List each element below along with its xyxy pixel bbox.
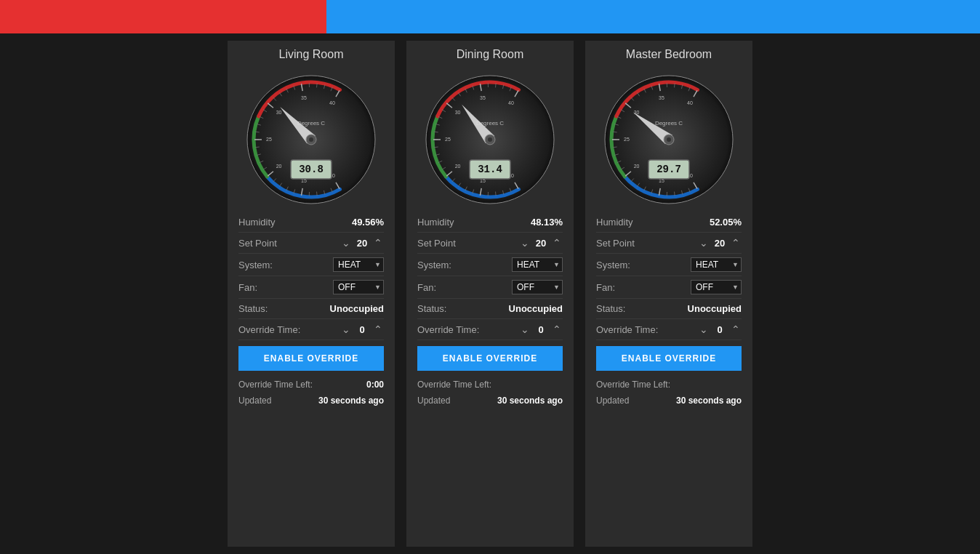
system-row-0: System: HEATCOOLAUTOOFF	[238, 254, 384, 276]
svg-text:30: 30	[455, 110, 461, 115]
svg-text:35: 35	[659, 95, 664, 100]
override-time-controls-0: ⌄ 0 ⌃	[340, 324, 384, 335]
nav-bar	[0, 0, 980, 33]
override-left-row-1: Override Time Left:	[417, 377, 563, 393]
updated-label-0: Updated	[238, 396, 271, 406]
status-label-2: Status:	[596, 303, 625, 314]
svg-text:40: 40	[687, 100, 693, 105]
enable-override-btn-2[interactable]: ENABLE OVERRIDE	[596, 346, 742, 371]
status-label-0: Status:	[238, 303, 268, 314]
override-time-row-2: Override Time: ⌄ 0 ⌃	[596, 319, 742, 340]
main-content: Living Room 10152025303540	[0, 33, 980, 554]
override-time-up-btn-1[interactable]: ⌃	[551, 324, 563, 335]
gauge-2: 10152025303540 Degrees C 29.7	[600, 67, 738, 205]
setpoint-controls-2: ⌄ 20 ⌃	[698, 237, 742, 249]
svg-point-103	[488, 137, 492, 142]
override-time-label-2: Override Time:	[596, 324, 658, 335]
fan-select-2[interactable]: OFFONAUTO	[691, 280, 742, 294]
svg-point-156	[667, 137, 671, 142]
updated-row-0: Updated 30 seconds ago	[238, 393, 384, 409]
override-time-down-btn-0[interactable]: ⌄	[340, 324, 352, 335]
updated-value-1: 30 seconds ago	[497, 396, 563, 406]
setpoint-row-0: Set Point ⌄ 20 ⌃	[238, 233, 384, 254]
setpoint-row-1: Set Point ⌄ 20 ⌃	[417, 233, 563, 254]
system-select-1[interactable]: HEATCOOLAUTOOFF	[512, 257, 563, 272]
svg-text:40: 40	[508, 100, 514, 105]
override-time-row-1: Override Time: ⌄ 0 ⌃	[417, 319, 563, 340]
enable-override-btn-1[interactable]: ENABLE OVERRIDE	[417, 346, 563, 371]
fan-dropdown-wrap-1: OFFONAUTO	[512, 280, 563, 294]
override-left-label-2: Override Time Left:	[596, 380, 670, 390]
svg-text:Degrees C: Degrees C	[655, 120, 683, 127]
override-time-label-1: Override Time:	[417, 324, 479, 335]
status-row-1: Status: Unoccupied	[417, 299, 563, 319]
setpoint-label-1: Set Point	[417, 238, 456, 249]
room-card-0: Living Room 10152025303540	[228, 41, 395, 547]
override-time-up-btn-2[interactable]: ⌃	[730, 324, 742, 335]
updated-value-2: 30 seconds ago	[676, 396, 742, 406]
fan-select-1[interactable]: OFFONAUTO	[512, 280, 563, 294]
updated-value-0: 30 seconds ago	[318, 396, 384, 406]
setpoint-row-2: Set Point ⌄ 20 ⌃	[596, 233, 742, 254]
humidity-value-1: 48.13%	[531, 217, 563, 228]
fan-select-0[interactable]: OFFONAUTO	[333, 280, 384, 294]
override-time-controls-1: ⌄ 0 ⌃	[519, 324, 563, 335]
setpoint-label-2: Set Point	[596, 238, 635, 249]
setpoint-value-1: 20	[534, 238, 548, 249]
svg-text:20: 20	[634, 164, 640, 169]
fan-row-0: Fan: OFFONAUTO	[238, 276, 384, 299]
override-time-up-btn-0[interactable]: ⌃	[372, 324, 384, 335]
status-value-1: Unoccupied	[509, 303, 563, 314]
system-dropdown-wrap-2: HEATCOOLAUTOOFF	[691, 257, 742, 272]
override-left-row-0: Override Time Left: 0:00	[238, 377, 384, 393]
svg-point-50	[309, 137, 313, 142]
setpoint-value-2: 20	[712, 238, 727, 249]
override-left-row-2: Override Time Left:	[596, 377, 742, 393]
system-select-0[interactable]: HEATCOOLAUTOOFF	[333, 257, 384, 272]
setpoint-down-btn-2[interactable]: ⌄	[698, 237, 710, 249]
status-row-2: Status: Unoccupied	[596, 299, 742, 319]
fan-label-1: Fan:	[417, 282, 436, 293]
system-label-1: System:	[417, 260, 451, 270]
system-row-1: System: HEATCOOLAUTOOFF	[417, 254, 563, 276]
setpoint-down-btn-1[interactable]: ⌄	[519, 237, 531, 249]
setpoint-down-btn-0[interactable]: ⌄	[340, 237, 352, 249]
fan-label-2: Fan:	[596, 282, 615, 293]
override-time-value-0: 0	[355, 324, 369, 335]
system-label-2: System:	[596, 260, 630, 270]
override-left-label-0: Override Time Left:	[238, 380, 313, 390]
override-time-value-1: 0	[534, 324, 548, 335]
nav-home-control[interactable]	[0, 0, 326, 33]
svg-text:25: 25	[445, 137, 451, 142]
room-card-1: Dining Room 10152025303540	[406, 41, 574, 547]
svg-text:35: 35	[480, 95, 486, 100]
humidity-label-2: Humidity	[596, 217, 633, 228]
nav-configuration[interactable]	[654, 0, 980, 33]
room-card-2: Master Bedroom 10152025303540	[585, 41, 752, 547]
system-select-2[interactable]: HEATCOOLAUTOOFF	[691, 257, 742, 272]
setpoint-up-btn-1[interactable]: ⌃	[551, 237, 563, 249]
override-time-down-btn-2[interactable]: ⌄	[698, 324, 710, 335]
updated-label-1: Updated	[417, 396, 450, 406]
system-dropdown-wrap-0: HEATCOOLAUTOOFF	[333, 257, 384, 272]
fan-dropdown-wrap-0: OFFONAUTO	[333, 280, 384, 294]
setpoint-up-btn-2[interactable]: ⌃	[730, 237, 742, 249]
nav-schedules[interactable]	[326, 0, 653, 33]
humidity-row-1: Humidity 48.13%	[417, 212, 563, 233]
humidity-value-0: 49.56%	[352, 217, 384, 228]
gauge-1: 10152025303540 Degrees C 31.4	[421, 67, 559, 205]
humidity-label-1: Humidity	[417, 217, 454, 228]
svg-text:25: 25	[624, 137, 630, 142]
status-row-0: Status: Unoccupied	[238, 299, 384, 319]
gauge-0: 10152025303540 Degrees C 30.8	[242, 67, 380, 205]
system-dropdown-wrap-1: HEATCOOLAUTOOFF	[512, 257, 563, 272]
humidity-label-0: Humidity	[238, 217, 276, 228]
setpoint-label-0: Set Point	[238, 238, 277, 249]
setpoint-value-0: 20	[355, 238, 369, 249]
svg-text:30.8: 30.8	[299, 164, 324, 175]
setpoint-up-btn-0[interactable]: ⌃	[372, 237, 384, 249]
room-title-0: Living Room	[279, 48, 344, 61]
enable-override-btn-0[interactable]: ENABLE OVERRIDE	[238, 346, 384, 371]
override-time-down-btn-1[interactable]: ⌄	[519, 324, 531, 335]
room-title-1: Dining Room	[457, 48, 523, 61]
